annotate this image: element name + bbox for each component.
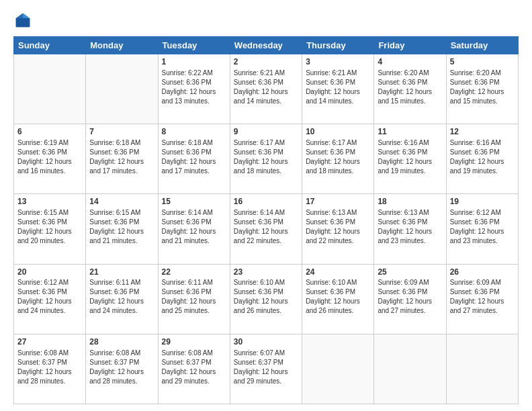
header-day-monday: Monday xyxy=(86,37,158,54)
sunrise-text: Sunrise: 6:17 AM xyxy=(306,138,370,148)
day-number: 9 xyxy=(234,126,298,138)
sunset-text: Sunset: 6:36 PM xyxy=(234,287,298,297)
day-number: 29 xyxy=(162,336,226,348)
calendar-cell xyxy=(446,334,518,404)
calendar-cell: 23Sunrise: 6:10 AMSunset: 6:36 PMDayligh… xyxy=(230,264,302,334)
calendar-cell: 13Sunrise: 6:15 AMSunset: 6:36 PMDayligh… xyxy=(14,194,86,264)
daylight-text: Daylight: 12 hours and 18 minutes. xyxy=(234,157,298,176)
logo-icon xyxy=(13,11,32,30)
day-info: Sunrise: 6:14 AMSunset: 6:36 PMDaylight:… xyxy=(162,208,226,246)
sunrise-text: Sunrise: 6:17 AM xyxy=(234,138,298,148)
day-info: Sunrise: 6:10 AMSunset: 6:36 PMDaylight:… xyxy=(306,278,370,316)
sunrise-text: Sunrise: 6:10 AM xyxy=(234,278,298,287)
daylight-text: Daylight: 12 hours and 13 minutes. xyxy=(162,87,226,106)
day-info: Sunrise: 6:13 AMSunset: 6:36 PMDaylight:… xyxy=(306,208,370,246)
week-row-1: 1Sunrise: 6:22 AMSunset: 6:36 PMDaylight… xyxy=(14,54,519,124)
page: SundayMondayTuesdayWednesdayThursdayFrid… xyxy=(0,0,532,411)
daylight-text: Daylight: 12 hours and 27 minutes. xyxy=(450,297,515,316)
sunset-text: Sunset: 6:36 PM xyxy=(450,78,515,87)
calendar-cell: 26Sunrise: 6:09 AMSunset: 6:36 PMDayligh… xyxy=(446,264,518,334)
day-info: Sunrise: 6:08 AMSunset: 6:37 PMDaylight:… xyxy=(17,349,82,386)
sunset-text: Sunset: 6:36 PM xyxy=(450,218,515,227)
day-info: Sunrise: 6:19 AMSunset: 6:36 PMDaylight:… xyxy=(17,138,82,176)
daylight-text: Daylight: 12 hours and 22 minutes. xyxy=(306,227,370,246)
calendar-cell: 27Sunrise: 6:08 AMSunset: 6:37 PMDayligh… xyxy=(14,334,86,404)
daylight-text: Daylight: 12 hours and 15 minutes. xyxy=(378,87,442,106)
sunset-text: Sunset: 6:36 PM xyxy=(306,78,370,87)
day-info: Sunrise: 6:18 AMSunset: 6:36 PMDaylight:… xyxy=(162,138,226,176)
sunrise-text: Sunrise: 6:14 AM xyxy=(234,208,298,218)
sunrise-text: Sunrise: 6:15 AM xyxy=(89,208,154,218)
day-number: 30 xyxy=(234,336,298,348)
day-info: Sunrise: 6:13 AMSunset: 6:36 PMDaylight:… xyxy=(378,208,442,246)
calendar-cell xyxy=(302,334,374,404)
sunrise-text: Sunrise: 6:08 AM xyxy=(89,349,154,358)
sunset-text: Sunset: 6:37 PM xyxy=(162,358,226,367)
sunset-text: Sunset: 6:37 PM xyxy=(17,358,82,367)
daylight-text: Daylight: 12 hours and 23 minutes. xyxy=(450,227,515,246)
day-number: 28 xyxy=(89,336,154,348)
calendar-cell: 16Sunrise: 6:14 AMSunset: 6:36 PMDayligh… xyxy=(230,194,302,264)
day-number: 13 xyxy=(17,196,82,208)
sunrise-text: Sunrise: 6:08 AM xyxy=(162,349,226,358)
sunset-text: Sunset: 6:36 PM xyxy=(17,287,82,297)
daylight-text: Daylight: 12 hours and 14 minutes. xyxy=(306,87,370,106)
calendar-cell: 10Sunrise: 6:17 AMSunset: 6:36 PMDayligh… xyxy=(302,124,374,194)
day-number: 19 xyxy=(450,196,515,208)
sunset-text: Sunset: 6:36 PM xyxy=(450,148,515,157)
sunrise-text: Sunrise: 6:22 AM xyxy=(162,68,226,78)
calendar-cell: 5Sunrise: 6:20 AMSunset: 6:36 PMDaylight… xyxy=(446,54,518,124)
sunrise-text: Sunrise: 6:08 AM xyxy=(17,349,82,358)
daylight-text: Daylight: 12 hours and 26 minutes. xyxy=(306,297,370,316)
day-number: 2 xyxy=(234,56,298,68)
day-number: 18 xyxy=(378,196,442,208)
sunset-text: Sunset: 6:36 PM xyxy=(234,218,298,227)
daylight-text: Daylight: 12 hours and 17 minutes. xyxy=(162,157,226,176)
day-number: 24 xyxy=(306,267,370,278)
calendar-cell: 18Sunrise: 6:13 AMSunset: 6:36 PMDayligh… xyxy=(374,194,446,264)
calendar-cell: 11Sunrise: 6:16 AMSunset: 6:36 PMDayligh… xyxy=(374,124,446,194)
day-number: 12 xyxy=(450,126,515,138)
day-info: Sunrise: 6:10 AMSunset: 6:36 PMDaylight:… xyxy=(234,278,298,316)
daylight-text: Daylight: 12 hours and 15 minutes. xyxy=(450,87,515,106)
calendar-cell: 8Sunrise: 6:18 AMSunset: 6:36 PMDaylight… xyxy=(158,124,230,194)
calendar-cell xyxy=(86,54,158,124)
day-number: 20 xyxy=(17,267,82,278)
calendar-cell: 21Sunrise: 6:11 AMSunset: 6:36 PMDayligh… xyxy=(86,264,158,334)
header-day-friday: Friday xyxy=(374,37,446,54)
calendar-body: 1Sunrise: 6:22 AMSunset: 6:36 PMDaylight… xyxy=(14,54,519,404)
day-number: 15 xyxy=(162,196,226,208)
day-info: Sunrise: 6:09 AMSunset: 6:36 PMDaylight:… xyxy=(450,278,515,316)
calendar-cell: 20Sunrise: 6:12 AMSunset: 6:36 PMDayligh… xyxy=(14,264,86,334)
week-row-3: 13Sunrise: 6:15 AMSunset: 6:36 PMDayligh… xyxy=(14,194,519,264)
day-number: 5 xyxy=(450,56,515,68)
sunset-text: Sunset: 6:36 PM xyxy=(306,148,370,157)
day-number: 8 xyxy=(162,126,226,138)
day-number: 27 xyxy=(17,336,82,348)
sunrise-text: Sunrise: 6:09 AM xyxy=(378,278,442,287)
daylight-text: Daylight: 12 hours and 14 minutes. xyxy=(234,87,298,106)
day-info: Sunrise: 6:07 AMSunset: 6:37 PMDaylight:… xyxy=(234,349,298,386)
daylight-text: Daylight: 12 hours and 22 minutes. xyxy=(234,227,298,246)
sunrise-text: Sunrise: 6:11 AM xyxy=(162,278,226,287)
day-info: Sunrise: 6:18 AMSunset: 6:36 PMDaylight:… xyxy=(89,138,154,176)
sunrise-text: Sunrise: 6:12 AM xyxy=(450,208,515,218)
day-info: Sunrise: 6:17 AMSunset: 6:36 PMDaylight:… xyxy=(306,138,370,176)
sunset-text: Sunset: 6:37 PM xyxy=(89,358,154,367)
day-info: Sunrise: 6:08 AMSunset: 6:37 PMDaylight:… xyxy=(89,349,154,386)
sunrise-text: Sunrise: 6:19 AM xyxy=(17,138,82,148)
calendar-cell: 6Sunrise: 6:19 AMSunset: 6:36 PMDaylight… xyxy=(14,124,86,194)
sunset-text: Sunset: 6:36 PM xyxy=(17,148,82,157)
day-info: Sunrise: 6:15 AMSunset: 6:36 PMDaylight:… xyxy=(17,208,82,246)
daylight-text: Daylight: 12 hours and 29 minutes. xyxy=(234,367,298,386)
daylight-text: Daylight: 12 hours and 23 minutes. xyxy=(378,227,442,246)
sunset-text: Sunset: 6:36 PM xyxy=(450,287,515,297)
week-row-5: 27Sunrise: 6:08 AMSunset: 6:37 PMDayligh… xyxy=(14,334,519,404)
calendar-cell xyxy=(374,334,446,404)
week-row-2: 6Sunrise: 6:19 AMSunset: 6:36 PMDaylight… xyxy=(14,124,519,194)
sunrise-text: Sunrise: 6:21 AM xyxy=(306,68,370,78)
day-number: 3 xyxy=(306,56,370,68)
day-info: Sunrise: 6:21 AMSunset: 6:36 PMDaylight:… xyxy=(234,68,298,106)
daylight-text: Daylight: 12 hours and 28 minutes. xyxy=(89,367,154,386)
sunset-text: Sunset: 6:36 PM xyxy=(378,287,442,297)
